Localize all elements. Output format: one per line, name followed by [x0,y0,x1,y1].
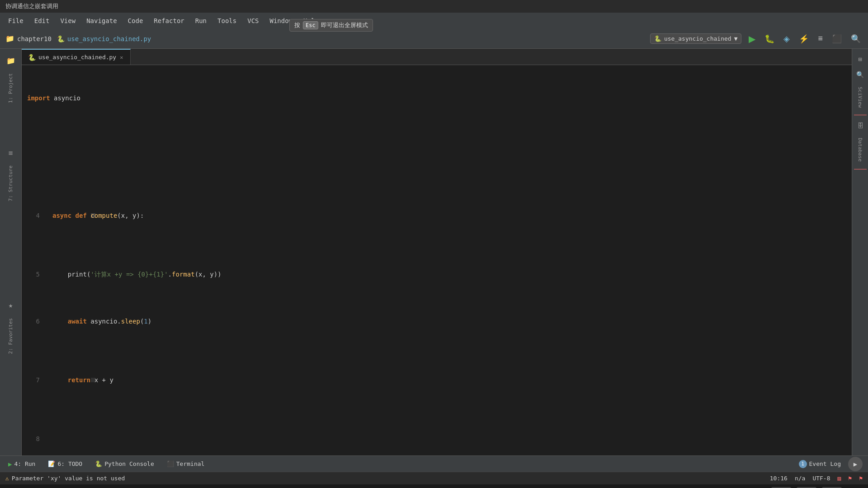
todo-icon: 📝 [48,460,55,467]
sidebar-divider-2 [854,169,867,169]
stop-button[interactable]: ⬛ [830,32,844,46]
project-name: chapter10 [17,35,52,42]
console-icon: 🐍 [95,460,102,467]
sidebar-divider-1 [854,115,867,115]
bookmark-button[interactable]: 🔍 [854,68,867,81]
play-circle-button[interactable]: ▶ [848,457,863,471]
project-breadcrumb[interactable]: 📁 chapter10 [5,34,52,43]
menu-vcs[interactable]: VCS [243,15,263,26]
favorites-icon[interactable]: ★ [3,297,19,314]
console-label: Python Console [104,460,154,467]
sciview-label[interactable]: SciView [857,83,863,111]
main-area: 📁 1: Project ≡ 7: Structure ★ 2: Favorit… [0,49,868,455]
menu-navigate[interactable]: Navigate [82,15,121,26]
tab-filename: use_asyncio_chained.py [38,54,116,61]
project-icon[interactable]: 📁 [3,52,19,69]
toolbar: 📁 chapter10 🐍 use_asyncio_chained.py 🐍 u… [0,29,868,49]
menu-bar: File Edit View Navigate Code Refactor Ru… [0,13,868,29]
terminal-label: Terminal [176,460,205,467]
right-sidebar: ⊞ 🔍 SciView 🗄 Database [852,49,868,455]
structure-panel-toggle[interactable]: ≡ 7: Structure [0,145,21,205]
tooltip-suffix: 即可退出全屏模式 [321,21,368,29]
run-button[interactable]: ▶ [747,32,757,46]
editor-layout-button[interactable]: ⊞ [854,52,867,66]
tooltip-prefix: 按 [294,21,300,29]
line-num-6: 6 [27,315,45,327]
code-content[interactable]: import asyncio 4 async def compute(x, y)… [22,65,852,455]
bottom-toolbar: ▶ 4: Run 📝 6: TODO 🐍 Python Console ⬛ Te… [0,455,868,472]
terminal-icon: ⬛ [167,460,174,467]
favorites-panel-toggle[interactable]: ★ 2: Favorites [0,297,21,357]
keyword-import: import [27,94,50,102]
fullscreen-tooltip: 按 Esc 即可退出全屏模式 [289,19,373,32]
debug-button[interactable]: 🐛 [763,32,776,46]
cursor-position: 10:16 [770,475,788,482]
column-info: n/a [795,475,805,482]
warning-text: Parameter 'xy' value is not used [12,475,125,482]
tab-bar: 🐍 use_asyncio_chained.py ✕ [22,49,852,65]
python-run-icon: 🐍 [654,35,661,42]
indent-icon: ▤ [838,475,841,482]
coverage-button[interactable]: ◈ [782,32,792,46]
title-text: 协调通信之嵌套调用 [5,2,58,10]
database-label[interactable]: Database [857,134,863,165]
project-label[interactable]: 1: Project [8,70,14,107]
extra-icon: ⚑ [859,475,863,482]
run-config-name: use_asyncio_chained [664,35,731,42]
menu-run[interactable]: Run [191,15,211,26]
event-badge: 1 [799,460,807,468]
menu-tools[interactable]: Tools [213,15,241,26]
tab-close-button[interactable]: ✕ [119,53,124,61]
line-num-5: 5 [27,268,45,280]
editor-area: 🐍 use_asyncio_chained.py ✕ import asynci… [22,49,852,455]
profile-button[interactable]: ⚡ [797,32,811,46]
todo-panel-button[interactable]: 📝 6: TODO [45,459,85,469]
title-bar: 协调通信之嵌套调用 [0,0,868,13]
event-log-button[interactable]: 1 Event Log [799,460,841,468]
favorites-label[interactable]: 2: Favorites [8,314,14,357]
code-editor[interactable]: import asyncio 4 async def compute(x, y)… [22,65,852,455]
git-icon: ⚑ [848,475,852,482]
esc-key-badge: Esc [303,21,318,29]
menu-refactor[interactable]: Refactor [149,15,189,26]
menu-file[interactable]: File [4,15,28,26]
build-button[interactable]: ≡ [816,32,825,45]
python-file-icon: 🐍 [57,35,65,42]
line-num-4: 4 [27,210,45,221]
menu-edit[interactable]: Edit [30,15,54,26]
terminal-button[interactable]: ⬛ Terminal [164,459,208,469]
warning-icon: ⚠ [5,475,9,482]
run-panel-button[interactable]: ▶ 4: Run [5,459,38,469]
active-tab[interactable]: 🐍 use_asyncio_chained.py ✕ [22,49,131,65]
run-indicator-icon: ▶ [8,460,12,468]
structure-icon[interactable]: ≡ [3,145,19,161]
menu-code[interactable]: Code [123,15,148,26]
left-sidebar: 📁 1: Project ≡ 7: Structure ★ 2: Favorit… [0,49,22,455]
project-panel-toggle[interactable]: 📁 1: Project [0,52,21,107]
status-warning: ⚠ Parameter 'xy' value is not used [5,475,125,482]
tab-python-icon: 🐍 [28,54,36,61]
line-num-7: 7 [27,374,45,386]
run-configuration[interactable]: 🐍 use_asyncio_chained ▼ [650,33,742,44]
encoding-info: UTF-8 [812,475,830,482]
breakpoint-7 [91,378,95,382]
database-icon[interactable]: 🗄 [854,119,867,132]
status-right: 10:16 n/a UTF-8 ▤ ⚑ ⚑ [770,475,863,482]
folder-icon: 📁 [5,34,14,43]
status-bar: ⚠ Parameter 'xy' value is not used 10:16… [0,472,868,484]
structure-label[interactable]: 7: Structure [8,162,14,205]
search-button[interactable]: 🔍 [849,32,863,46]
video-controls: ▶ 6:47 / 8:37 🔊 正常 超清 线路 ⚙ ⛶ [0,484,868,488]
chevron-down-icon: ▼ [734,35,738,42]
event-log-label: Event Log [809,460,841,467]
file-name: use_asyncio_chained.py [67,35,151,42]
line-num-8: 8 [27,433,45,445]
file-breadcrumb[interactable]: 🐍 use_asyncio_chained.py [57,35,151,42]
todo-label: 6: TODO [57,460,82,467]
run-panel-label: 4: Run [14,460,35,467]
python-console-button[interactable]: 🐍 Python Console [92,459,157,469]
menu-view[interactable]: View [56,15,80,26]
